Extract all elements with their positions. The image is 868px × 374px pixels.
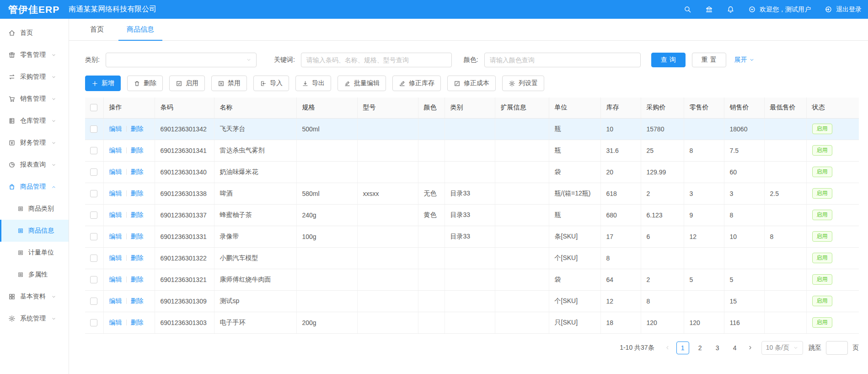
fix-stock-button[interactable]: 修正库存 (392, 76, 441, 91)
page-number-2[interactable]: 2 (694, 341, 707, 354)
sidebar-item-purchase-mgmt[interactable]: 采购管理 (0, 66, 69, 88)
table-row: 编辑删除6901236301303电子手环200g只[SKU]181201201… (85, 312, 859, 333)
delete-button[interactable]: 删除 (127, 76, 163, 91)
disable-button[interactable]: 禁用 (211, 76, 247, 91)
chevron-down-icon (51, 75, 56, 80)
page-size-value: 10 条/页 (766, 344, 789, 352)
toolbar-button-label: 导出 (312, 79, 325, 87)
toolbar-button-label: 批量编辑 (354, 79, 380, 87)
warehouse-icon (8, 117, 16, 125)
cell-ext (495, 183, 549, 204)
select-all-checkbox[interactable] (90, 104, 97, 111)
prev-page-icon[interactable] (664, 345, 670, 351)
edit-link[interactable]: 编辑 (109, 125, 122, 132)
add-button[interactable]: 新增 (85, 76, 121, 91)
row-checkbox[interactable] (90, 276, 97, 283)
edit-link[interactable]: 编辑 (109, 146, 122, 154)
page-list: 1234 (674, 341, 744, 354)
sales-icon (8, 95, 16, 103)
row-checkbox[interactable] (90, 255, 97, 262)
cell-stock: 12 (600, 290, 641, 312)
cell-spec (296, 269, 357, 290)
delete-link[interactable]: 删除 (131, 190, 144, 197)
divider (126, 126, 127, 132)
batch-edit-button[interactable]: 批量编辑 (338, 76, 386, 91)
status-badge: 启用 (812, 317, 832, 327)
cell-category (445, 312, 495, 333)
export-icon (302, 80, 309, 87)
sidebar-item-system-mgmt[interactable]: 系统管理 (0, 308, 69, 330)
next-page-icon[interactable] (747, 345, 753, 351)
platform-icon[interactable] (705, 5, 713, 13)
edit-link[interactable]: 编辑 (109, 276, 122, 283)
reset-button[interactable]: 重置 (692, 53, 726, 67)
edit-link[interactable]: 编辑 (109, 233, 122, 240)
row-checkbox[interactable] (90, 233, 97, 240)
row-checkbox[interactable] (90, 190, 97, 197)
logout-button[interactable]: 退出登录 (825, 5, 862, 14)
jump-page-input[interactable] (826, 341, 848, 355)
row-checkbox[interactable] (90, 298, 97, 305)
column-settings-button[interactable]: 列设置 (502, 76, 544, 91)
delete-link[interactable]: 删除 (131, 319, 144, 326)
page-number-1[interactable]: 1 (676, 341, 689, 354)
cell-unit: 瓶 (549, 140, 600, 161)
edit-link[interactable]: 编辑 (109, 168, 122, 175)
tab-product-info[interactable]: 商品信息 (118, 19, 162, 40)
page-size-select[interactable]: 10 条/页 (761, 341, 803, 355)
delete-link[interactable]: 删除 (131, 125, 144, 132)
row-checkbox[interactable] (90, 319, 97, 326)
sidebar-item-finance-mgmt[interactable]: 财务管理 (0, 132, 69, 154)
sidebar-item-base-data[interactable]: 基本资料 (0, 286, 69, 308)
row-checkbox[interactable] (90, 147, 97, 154)
cost-edit-icon (454, 80, 461, 87)
sidebar-item-report-query[interactable]: 报表查询 (0, 154, 69, 176)
welcome-user[interactable]: 欢迎您，测试用户 (748, 5, 811, 14)
page-number-4[interactable]: 4 (729, 341, 741, 354)
sidebar-item-warehouse-mgmt[interactable]: 仓库管理 (0, 110, 69, 132)
sidebar-item-measure-unit[interactable]: 计量单位 (0, 242, 69, 264)
delete-link[interactable]: 删除 (131, 211, 144, 218)
keyword-input[interactable] (301, 53, 452, 67)
cell-status: 启用 (806, 140, 859, 161)
row-checkbox[interactable] (90, 125, 97, 133)
status-badge: 启用 (812, 210, 832, 220)
color-input[interactable] (484, 53, 641, 67)
fix-cost-button[interactable]: 修正成本 (447, 76, 496, 91)
page-number-3[interactable]: 3 (711, 341, 724, 354)
enable-button[interactable]: 启用 (169, 76, 205, 91)
sidebar-item-product-mgmt[interactable]: 商品管理 (0, 176, 69, 198)
row-checkbox[interactable] (90, 211, 97, 219)
cell-color (418, 269, 445, 290)
sidebar-item-multi-attribute[interactable]: 多属性 (0, 264, 69, 286)
edit-link[interactable]: 编辑 (109, 190, 122, 197)
tab-home[interactable]: 首页 (82, 19, 112, 40)
sidebar-item-sales-mgmt[interactable]: 销售管理 (0, 88, 69, 110)
search-icon[interactable] (684, 5, 691, 13)
sidebar-item-product-category[interactable]: 商品类别 (0, 198, 69, 220)
sidebar-item-home[interactable]: 首页 (0, 22, 69, 44)
search-button[interactable]: 查询 (651, 53, 686, 67)
notification-bell-icon[interactable] (727, 5, 734, 13)
table-row: 编辑删除6901236301341雷达杀虫气雾剂瓶31.62587.5启用 (85, 140, 859, 161)
delete-link[interactable]: 删除 (131, 297, 144, 304)
export-button[interactable]: 导出 (295, 76, 331, 91)
sidebar-item-retail-mgmt[interactable]: 零售管理 (0, 44, 69, 66)
sidebar-item-label: 采购管理 (20, 73, 46, 81)
delete-link[interactable]: 删除 (131, 276, 144, 283)
expand-link[interactable]: 展开 (734, 56, 755, 64)
edit-link[interactable]: 编辑 (109, 319, 122, 326)
edit-link[interactable]: 编辑 (109, 297, 122, 304)
delete-link[interactable]: 删除 (131, 168, 144, 175)
delete-link[interactable]: 删除 (131, 233, 144, 240)
delete-link[interactable]: 删除 (131, 254, 144, 261)
edit-link[interactable]: 编辑 (109, 254, 122, 261)
import-button[interactable]: 导入 (253, 76, 289, 91)
cell-spec (296, 140, 357, 161)
table-row: 编辑删除6901236301322小鹏汽车模型个[SKU]8启用 (85, 247, 859, 269)
category-select[interactable] (106, 53, 257, 67)
edit-link[interactable]: 编辑 (109, 211, 122, 218)
row-checkbox[interactable] (90, 168, 97, 176)
delete-link[interactable]: 删除 (131, 146, 144, 154)
sidebar-item-product-info[interactable]: 商品信息 (0, 220, 69, 242)
